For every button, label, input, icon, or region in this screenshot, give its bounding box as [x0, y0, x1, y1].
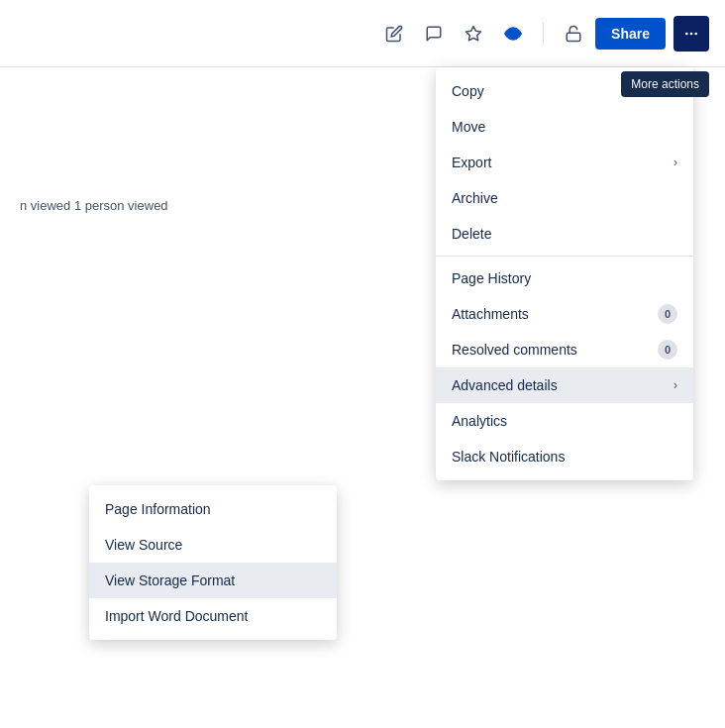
menu-item-move[interactable]: Move	[436, 109, 693, 145]
more-actions-button[interactable]	[673, 16, 709, 52]
menu-item-advanced-details[interactable]: Advanced details ›	[436, 367, 693, 403]
main-dropdown-menu: Copy Move Export › Archive Delete Page H…	[436, 67, 693, 480]
secondary-dropdown-menu: Page Information View Source View Storag…	[89, 485, 337, 640]
toolbar-divider	[543, 22, 544, 46]
svg-point-4	[690, 32, 693, 35]
menu-item-slack-notifications[interactable]: Slack Notifications	[436, 439, 693, 474]
svg-point-5	[694, 32, 697, 35]
menu-separator-1	[436, 256, 693, 257]
menu-item-archive[interactable]: Archive	[436, 180, 693, 216]
toolbar: Share More actions	[0, 0, 725, 67]
resolved-comments-badge: 0	[658, 340, 677, 360]
svg-rect-2	[567, 33, 580, 41]
menu-item-import-word-document[interactable]: Import Word Document	[89, 598, 337, 634]
toolbar-icon-group	[380, 20, 587, 48]
star-icon[interactable]	[460, 20, 487, 48]
advanced-details-chevron-icon: ›	[673, 378, 677, 392]
comment-icon[interactable]	[420, 20, 448, 48]
menu-item-view-source[interactable]: View Source	[89, 527, 337, 563]
export-chevron-icon: ›	[673, 156, 677, 169]
more-actions-tooltip: More actions	[621, 71, 709, 97]
eye-icon[interactable]	[499, 20, 527, 48]
lock-icon[interactable]	[560, 20, 587, 48]
menu-item-export[interactable]: Export ›	[436, 145, 693, 180]
menu-item-delete[interactable]: Delete	[436, 216, 693, 252]
menu-item-attachments[interactable]: Attachments 0	[436, 296, 693, 332]
svg-marker-0	[466, 26, 481, 40]
share-button[interactable]: Share	[595, 18, 666, 50]
svg-point-1	[511, 31, 516, 36]
menu-item-page-history[interactable]: Page History	[436, 260, 693, 296]
menu-item-analytics[interactable]: Analytics	[436, 403, 693, 439]
menu-item-view-storage-format[interactable]: View Storage Format	[89, 563, 337, 598]
edit-icon[interactable]	[380, 20, 408, 48]
menu-item-resolved-comments[interactable]: Resolved comments 0	[436, 332, 693, 367]
attachments-badge: 0	[658, 304, 677, 324]
menu-item-page-information[interactable]: Page Information	[89, 491, 337, 527]
svg-point-3	[685, 32, 688, 35]
viewed-text: n viewed 1 person viewed	[20, 198, 168, 213]
